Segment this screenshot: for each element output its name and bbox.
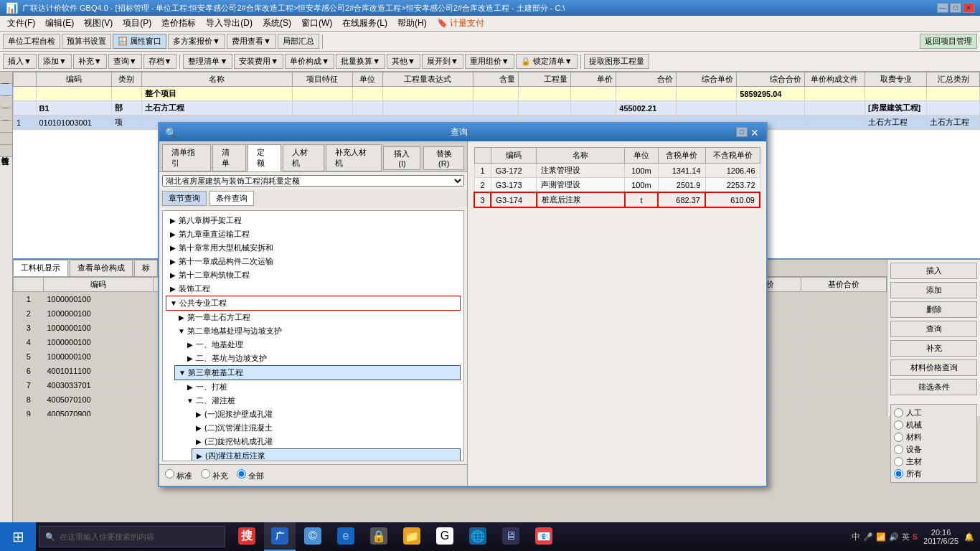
insert-button[interactable]: 插入▼ [3, 54, 37, 69]
menu-file[interactable]: 文件(F) [3, 16, 39, 31]
add-material-button[interactable]: 添加 [890, 282, 977, 298]
menu-view[interactable]: 视图(V) [80, 16, 117, 31]
multi-plan-button[interactable]: 多方案报价▼ [168, 34, 225, 49]
property-window-button[interactable]: 🪟 属性窗口 [113, 34, 166, 49]
lock-list-button[interactable]: 🔒 锁定清单▼ [516, 54, 578, 69]
radio-labor[interactable]: 人工 [894, 408, 974, 418]
radio-equipment[interactable]: 设备 [894, 444, 974, 455]
dialog-insert-button[interactable]: 插入(I) [383, 146, 420, 170]
tree-item-rotary-drill[interactable]: ▶ (三)旋挖钻机成孔灌 [192, 435, 461, 448]
sidebar-tab-materials[interactable]: 人材机汇总 [0, 121, 12, 133]
menu-payment[interactable]: 🔖 计量支付 [433, 16, 489, 31]
tree-item-ch10[interactable]: ▶ 第十章常用大型机械安拆和 [166, 241, 461, 255]
menu-help[interactable]: 帮助(H) [393, 16, 431, 31]
radio-material[interactable]: 材料 [894, 432, 974, 443]
tree-item-ch2-foundation[interactable]: ▼ 第二章地基处理与边坡支护 [174, 324, 461, 338]
budget-settings-button[interactable]: 预算书设置 [62, 34, 111, 49]
start-button[interactable]: ⊞ [0, 522, 36, 551]
query-material-button[interactable]: 查询 [890, 321, 977, 337]
radio-machine[interactable]: 机械 [894, 420, 974, 430]
dialog-close-button[interactable]: ✕ [749, 127, 760, 138]
tree-item-cast-pile[interactable]: ▼ 二、灌注桩 [183, 394, 461, 408]
fee-view-button[interactable]: 费用查看▼ [227, 34, 276, 49]
tree-item-sinking-tube[interactable]: ▶ (二)沉管灌注混凝土 [192, 421, 461, 435]
dialog-tab-quota[interactable]: 定额 [248, 144, 281, 171]
radio-all[interactable]: 所有 [894, 468, 974, 479]
install-fee-button[interactable]: 安装费用▼ [234, 54, 283, 69]
dialog-table-row-1[interactable]: 1 G3-172 注浆管理设 100m 1341.14 1206.46 [474, 164, 760, 178]
radio-standard[interactable]: 标准 [165, 469, 192, 481]
tree-item-public[interactable]: ▼ 公共专业工程 [166, 296, 461, 311]
taskbar-app-gbq[interactable]: 广 [264, 522, 296, 551]
dialog-quota-select[interactable]: 湖北省房屋建筑与装饰工程消耗量定额 [162, 175, 464, 187]
taskbar-app-lock[interactable]: 🔒 [363, 522, 395, 551]
dialog-maximize-button[interactable]: □ [736, 127, 748, 137]
dialog-tab-list[interactable]: 清单 [212, 144, 246, 171]
dialog-tree[interactable]: ▶ 第八章脚手架工程 ▶ 第九章垂直运输工程 ▶ 第十章常用大型机械安拆和 ▶ … [162, 210, 464, 461]
unit-check-button[interactable]: 单位工程自检 [3, 34, 60, 49]
save-button[interactable]: 存档▼ [143, 54, 177, 69]
sidebar-tab-fees[interactable]: 费用汇总 [0, 133, 12, 145]
dialog-replace-button[interactable]: 替换(R) [423, 146, 464, 170]
dialog-tab-materials[interactable]: 人材机 [283, 144, 324, 171]
tree-item-ground-treatment[interactable]: ▶ 一、地基处理 [183, 338, 461, 352]
table-row-b1[interactable]: B1 部 土石方工程 455002.21 [房屋建筑工程] [14, 101, 980, 116]
taskbar-app-monitor[interactable]: 🖥 [495, 522, 527, 551]
tab-labor-machine[interactable]: 工料机显示 [13, 260, 68, 276]
supplement-button[interactable]: 补充▼ [73, 54, 107, 69]
tree-item-ch12[interactable]: ▶ 第十二章构筑物工程 [166, 268, 461, 282]
unit-compose-button[interactable]: 单价构成▼ [285, 54, 334, 69]
tree-item-slope-support[interactable]: ▶ 二、基坑与边坡支护 [183, 352, 461, 365]
tree-item-post-grouting[interactable]: ▶ (四)灌注桩后注浆 [192, 448, 461, 461]
taskbar-app-email[interactable]: 📧 [528, 522, 560, 551]
taskbar-app-chrome[interactable]: G [429, 522, 461, 551]
dialog-chapter-tab[interactable]: 章节查询 [162, 191, 207, 206]
radio-supplement[interactable]: 补充 [201, 469, 228, 481]
maximize-button[interactable]: □ [950, 3, 961, 13]
other-button[interactable]: 其他▼ [387, 54, 420, 69]
minimize-button[interactable]: — [937, 3, 948, 13]
tab-standard[interactable]: 标 [134, 260, 158, 276]
tree-item-decoration[interactable]: ▶ 装饰工程 [166, 282, 461, 296]
menu-window[interactable]: 窗口(W) [297, 16, 336, 31]
menu-price-index[interactable]: 造价指标 [157, 16, 200, 31]
menu-project[interactable]: 项目(P) [118, 16, 156, 31]
sidebar-tab-measures[interactable]: 措施项目 [0, 96, 12, 108]
dialog-result-table-wrap[interactable]: 编码 名称 单位 含税单价 不含税单价 1 G3-172 注浆管理设 100m [468, 141, 766, 486]
taskbar-app-chrome-s[interactable]: © [297, 522, 329, 551]
reuse-button[interactable]: 重用组价▼ [465, 54, 514, 69]
expand-to-button[interactable]: 展开到▼ [422, 54, 463, 69]
taskbar-app-network[interactable]: 🌐 [462, 522, 494, 551]
taskbar-app-ie[interactable]: e [330, 522, 362, 551]
close-button[interactable]: ✕ [963, 3, 974, 13]
organize-list-button[interactable]: 整理清单▼ [183, 54, 232, 69]
taskbar-app-sogou[interactable]: 搜 [231, 522, 263, 551]
menu-edit[interactable]: 编辑(E) [41, 16, 78, 31]
batch-convert-button[interactable]: 批量换算▼ [336, 54, 385, 69]
tree-item-mud-protect[interactable]: ▶ (一)泥浆护壁成孔灌 [192, 408, 461, 421]
tree-item-ch11[interactable]: ▶ 第十一章成品构件二次运输 [166, 255, 461, 268]
sidebar-tab-other[interactable]: 其他项目 [0, 108, 12, 121]
filter-conditions-button[interactable]: 筛选条件 [890, 379, 977, 395]
return-project-button[interactable]: 返回项目管理 [920, 34, 977, 49]
supplement-material-button[interactable]: 补充 [890, 340, 977, 357]
tree-item-ch1-earth[interactable]: ▶ 第一章土石方工程 [174, 311, 461, 324]
tray-notification[interactable]: 🔔 [964, 532, 974, 542]
sidebar-tab-compliance[interactable]: 符合性检查 [0, 145, 12, 157]
insert-material-button[interactable]: 插入 [890, 263, 977, 279]
query-button[interactable]: 查询▼ [108, 54, 142, 69]
dialog-condition-tab[interactable]: 条件查询 [209, 191, 254, 206]
dialog-tab-list-guide[interactable]: 清单指引 [162, 144, 211, 171]
dialog-table-row-2[interactable]: 2 G3-173 声测管理设 100m 2501.9 2253.72 [474, 178, 760, 193]
menu-online[interactable]: 在线服务(L) [338, 16, 392, 31]
sidebar-tab-sections[interactable]: 分部分项 [0, 84, 12, 96]
add-button[interactable]: 添加▼ [38, 54, 72, 69]
tab-price-compose[interactable]: 查看单价构成 [70, 260, 133, 276]
dialog-table-row-3[interactable]: 3 G3-174 桩底后注浆 t 682.37 610.09 [474, 192, 760, 207]
dialog-tab-supplement-materials[interactable]: 补充人材机 [326, 144, 382, 171]
tree-item-ch8[interactable]: ▶ 第八章脚手架工程 [166, 214, 461, 227]
tree-item-ch9[interactable]: ▶ 第九章垂直运输工程 [166, 227, 461, 241]
radio-all[interactable]: 全部 [237, 469, 264, 481]
delete-material-button[interactable]: 删除 [890, 301, 977, 318]
taskbar-app-explorer[interactable]: 📁 [396, 522, 428, 551]
